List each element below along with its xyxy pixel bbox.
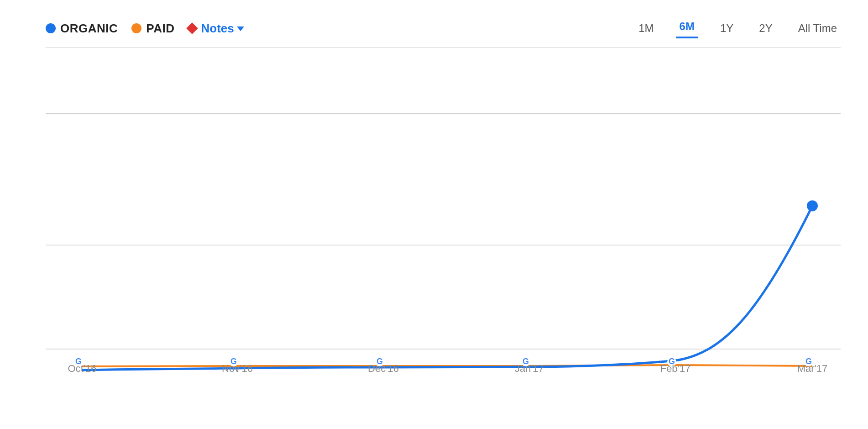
organic-line (82, 206, 812, 371)
notes-legend-item[interactable]: Notes (188, 21, 244, 36)
chart-container: ORGANIC PAID Notes 1M 6M 1Y 2Y All (0, 0, 868, 429)
x-axis-label-nov: Nov'16 (222, 363, 253, 374)
time-filters: 1M 6M 1Y 2Y All Time (635, 18, 841, 38)
active-tab-underline (676, 37, 698, 38)
notes-button[interactable]: Notes (201, 21, 244, 36)
x-axis-label-feb: Feb'17 (660, 363, 691, 374)
organic-dot (46, 23, 56, 33)
x-axis-label-oct: Oct'16 (68, 363, 97, 374)
time-filter-6m[interactable]: 6M (676, 18, 698, 35)
main-chart-svg: G G G G (46, 48, 841, 376)
legend-left: ORGANIC PAID Notes (46, 21, 244, 36)
organic-label: ORGANIC (60, 21, 118, 36)
x-axis-label-dec: Dec'16 (368, 363, 399, 374)
organic-end-dot (807, 201, 818, 212)
time-filter-all-time[interactable]: All Time (795, 20, 841, 37)
chevron-down-icon (237, 26, 244, 31)
paid-dot (131, 23, 141, 33)
notes-diamond-icon (187, 22, 198, 34)
legend-bar: ORGANIC PAID Notes 1M 6M 1Y 2Y All (46, 18, 841, 38)
chart-area: G G G G (46, 48, 841, 376)
time-filter-2y[interactable]: 2Y (755, 20, 776, 37)
notes-label: Notes (201, 21, 234, 36)
paid-legend-item: PAID (131, 21, 174, 36)
x-axis-label-mar: Mar'17 (797, 363, 828, 374)
organic-legend-item: ORGANIC (46, 21, 118, 36)
paid-label: PAID (146, 21, 174, 36)
time-filter-1y[interactable]: 1Y (716, 20, 737, 37)
x-axis-label-jan: Jan'17 (515, 363, 544, 374)
time-filter-6m-wrapper: 6M (676, 18, 698, 38)
time-filter-1m[interactable]: 1M (635, 20, 657, 37)
